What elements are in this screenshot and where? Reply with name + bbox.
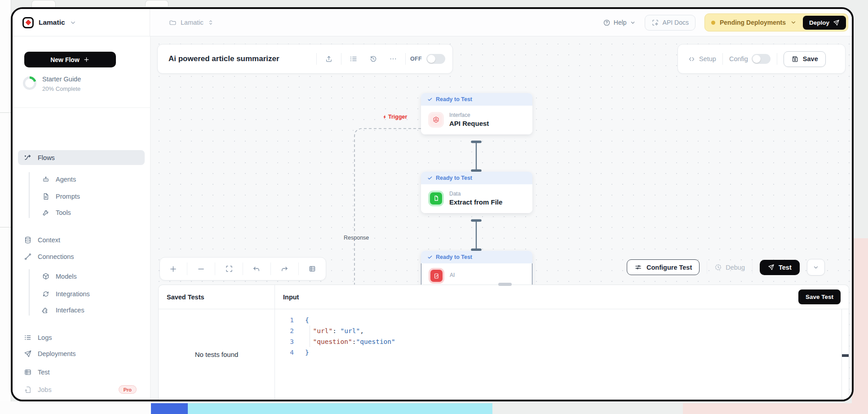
config-toggle[interactable] <box>752 54 771 64</box>
app-window: Trigger Response Ready to Test Interface… <box>11 7 854 401</box>
version-history-button[interactable] <box>366 51 381 67</box>
pending-deployments-pill[interactable]: Pending Deployments Deploy <box>704 13 848 31</box>
code-line: 4 } <box>275 347 841 358</box>
history-icon <box>369 55 377 63</box>
configure-test-button[interactable]: Configure Test <box>627 259 700 275</box>
background-bottom-blue <box>151 403 188 414</box>
code-icon <box>688 55 695 63</box>
zoom-out-button[interactable] <box>194 261 209 276</box>
plus-icon <box>169 265 177 273</box>
breadcrumb-label: Lamatic <box>181 19 204 26</box>
robot-icon <box>42 175 50 183</box>
starter-guide-progress-ring <box>23 76 36 90</box>
help-menu[interactable]: Help <box>603 19 636 27</box>
input-title: Input <box>283 294 299 301</box>
table-icon <box>308 265 316 273</box>
divider <box>187 263 187 275</box>
editor-scrollbar[interactable] <box>841 309 849 400</box>
divider <box>707 261 707 274</box>
scrollbar-thumb[interactable] <box>842 354 849 357</box>
workspace-switcher[interactable]: Lamatic <box>13 9 150 36</box>
upload-icon <box>325 55 333 63</box>
test-button[interactable]: Test <box>760 260 800 275</box>
share-flow-button[interactable] <box>321 51 337 67</box>
jobs-icon <box>24 386 32 394</box>
plus-icon <box>83 56 90 63</box>
code-line: 3 "question":"question" <box>275 336 841 347</box>
node-status-badge: Ready to Test <box>421 251 532 263</box>
divider <box>722 53 723 65</box>
divider <box>316 53 317 65</box>
divider <box>13 107 150 108</box>
line-number: 4 <box>275 347 294 358</box>
undo-button[interactable] <box>249 261 264 276</box>
test-options-button[interactable] <box>807 259 825 276</box>
background-divider <box>0 112 11 113</box>
task-list-button[interactable] <box>346 51 361 67</box>
code-line: 2 "url": "url", <box>275 325 841 336</box>
notes-button[interactable] <box>305 261 320 276</box>
input-column: Input Save Test 1 { 2 "url": "url", 3 <box>275 285 849 400</box>
node-category: AI <box>450 272 455 278</box>
file-node-icon <box>430 192 442 205</box>
sidebar-item-logs[interactable]: Logs <box>18 330 145 344</box>
flow-enabled-toggle[interactable] <box>426 54 445 64</box>
sync-icon <box>42 290 50 298</box>
more-options-button[interactable] <box>385 51 401 67</box>
background-pink-region <box>852 238 868 414</box>
api-docs-button[interactable]: API Docs <box>645 15 695 31</box>
sidebar-item-jobs[interactable]: Jobs Pro <box>18 383 145 396</box>
divider <box>298 263 299 275</box>
node-category: Data <box>449 191 502 197</box>
flow-enabled-label: OFF <box>410 56 422 62</box>
chevron-down-icon <box>813 264 819 271</box>
save-test-button[interactable]: Save Test <box>798 289 841 304</box>
fit-view-button[interactable] <box>221 261 237 276</box>
node-api-request[interactable]: Ready to Test Interface API Request <box>421 93 532 134</box>
sidebar-item-models[interactable]: Models <box>18 269 145 283</box>
input-header: Input Save Test <box>275 285 849 309</box>
sidebar-item-tools[interactable]: Tools <box>18 205 145 219</box>
sidebar-item-prompts[interactable]: Prompts <box>18 189 145 203</box>
pending-label: Pending Deployments <box>720 19 786 26</box>
sidebar-item-agents[interactable]: Agents <box>18 172 145 186</box>
zoom-in-button[interactable] <box>166 261 181 276</box>
new-flow-button[interactable]: New Flow <box>24 52 116 67</box>
sidebar-item-reports[interactable]: Reports Pro <box>18 400 145 401</box>
node-status-badge: Ready to Test <box>421 93 532 106</box>
chevron-down-icon[interactable] <box>790 19 797 26</box>
project-breadcrumb[interactable]: Lamatic <box>169 19 214 27</box>
send-icon <box>833 19 840 26</box>
save-button[interactable]: Save <box>784 51 826 67</box>
puzzle-icon <box>42 306 50 314</box>
background-tab <box>31 0 56 7</box>
divider <box>215 263 215 275</box>
panel-resize-handle[interactable] <box>498 283 512 286</box>
setup-button[interactable]: Setup <box>688 55 716 63</box>
ellipsis-icon <box>389 55 397 63</box>
json-input-editor[interactable]: 1 { 2 "url": "url", 3 "question":"questi… <box>275 309 841 400</box>
sidebar-item-connections[interactable]: Connections <box>18 249 145 263</box>
minus-icon <box>197 265 205 273</box>
sidebar-item-test[interactable]: Test <box>18 365 145 379</box>
debug-button[interactable]: Debug <box>714 263 745 271</box>
node-extract-from-file[interactable]: Ready to Test Data Extract from File <box>421 172 532 213</box>
divider <box>270 263 271 275</box>
chevron-down-icon <box>630 20 636 26</box>
test-panel: Saved Tests No tests found Input Save Te… <box>158 285 849 400</box>
save-icon <box>791 55 799 63</box>
flow-title[interactable]: Ai powered article summarizer <box>168 54 279 63</box>
sidebar-item-interfaces[interactable]: Interfaces <box>18 303 145 317</box>
sidebar-item-flows[interactable]: Flows <box>18 150 145 165</box>
sidebar-item-integrations[interactable]: Integrations <box>18 287 145 301</box>
flows-icon <box>24 154 32 162</box>
cube-icon <box>42 272 50 280</box>
sort-icon <box>208 19 214 26</box>
sidebar-item-deployments[interactable]: Deployments <box>18 347 145 361</box>
starter-guide-title[interactable]: Starter Guide <box>42 76 81 83</box>
link-nodes-icon <box>24 253 32 261</box>
redo-button[interactable] <box>277 261 292 276</box>
deploy-button[interactable]: Deploy <box>803 16 846 30</box>
sidebar-item-context[interactable]: Context <box>18 233 145 247</box>
flow-settings-bar: Setup Config Save <box>678 44 846 74</box>
